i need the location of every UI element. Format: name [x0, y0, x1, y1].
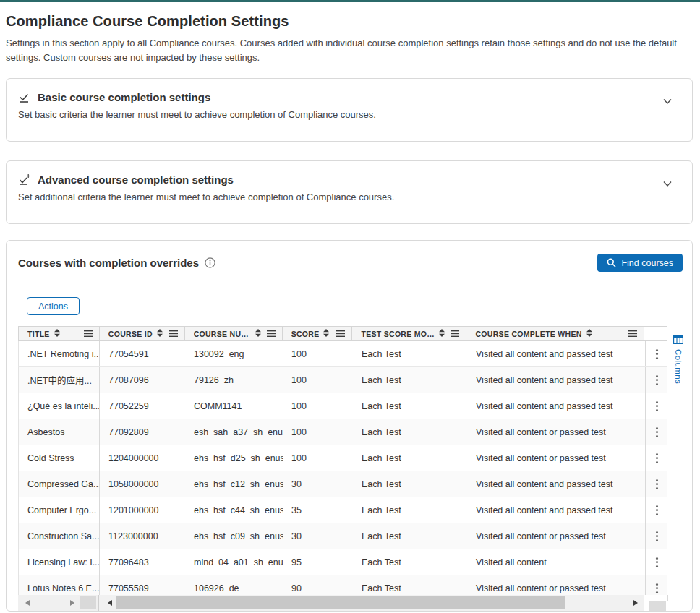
pinned-column-scrollbar[interactable]	[18, 595, 99, 611]
horizontal-scrollbar-area	[18, 595, 667, 611]
cell-test_score_model: Each Test	[353, 445, 467, 471]
table-row[interactable]: ¿Qué es la inteli... 77052259 COMM1141 1…	[18, 393, 667, 419]
cell-score: 30	[283, 471, 353, 497]
row-actions-button[interactable]	[645, 367, 668, 393]
table-row[interactable]: Asbestos 77092809 esh_sah_a37_sh_enus 10…	[18, 419, 667, 445]
table-horizontal-scrollbar[interactable]	[99, 595, 644, 611]
cell-test_score_model: Each Test	[353, 549, 467, 575]
chevron-down-icon[interactable]	[662, 95, 673, 110]
pinned-scrollbar-thumb[interactable]	[80, 596, 96, 609]
cell-course_number: 79126_zh	[185, 367, 283, 393]
corner-scrollbar-thumb[interactable]	[649, 601, 666, 611]
sort-up-down-icon[interactable]	[586, 329, 592, 338]
cell-course_number: ehs_hsf_c12_sh_enus	[185, 471, 283, 497]
cell-complete_when: Visited all content and passed test	[467, 367, 645, 393]
row-actions-button[interactable]	[645, 497, 668, 523]
cell-course_number: COMM1141	[185, 393, 283, 419]
cell-complete_when: Visited all content and passed test	[467, 497, 645, 523]
column-menu-icon[interactable]	[445, 330, 459, 338]
kebab-icon	[656, 581, 658, 595]
scrollbar-corner	[644, 595, 667, 611]
column-menu-icon[interactable]	[330, 330, 345, 338]
cell-course_id: 77052259	[100, 393, 185, 419]
row-actions-button[interactable]	[645, 445, 668, 471]
sort-up-down-icon[interactable]	[157, 329, 163, 338]
kebab-icon	[656, 347, 658, 361]
cell-course_id: 1204000000	[100, 445, 185, 471]
cell-score: 100	[283, 341, 353, 366]
cell-course_id: 77096483	[100, 549, 185, 575]
scroll-left-icon[interactable]	[25, 600, 30, 606]
cell-score: 95	[283, 549, 353, 575]
sort-up-down-icon[interactable]	[255, 329, 261, 338]
column-menu-icon[interactable]	[623, 330, 637, 338]
scroll-right-icon[interactable]	[70, 600, 74, 606]
table-row[interactable]: Licensing Law: I... 77096483 mind_04_a01…	[18, 549, 667, 575]
cell-complete_when: Visited all content or passed test	[467, 523, 645, 549]
sort-up-down-icon[interactable]	[323, 329, 329, 338]
row-actions-button[interactable]	[645, 341, 668, 366]
cell-score: 30	[283, 523, 353, 549]
basic-panel-title: Basic course completion settings	[38, 91, 210, 103]
table-row[interactable]: Compressed Ga... 1058000000 ehs_hsf_c12_…	[18, 471, 667, 497]
cell-title: Construction Sa...	[19, 523, 100, 549]
row-actions-button[interactable]	[645, 549, 668, 575]
row-actions-button[interactable]	[645, 393, 668, 419]
table-row[interactable]: Computer Ergo... 1201000000 ehs_hsf_c44_…	[18, 497, 667, 523]
column-header-course_id[interactable]: COURSE ID	[100, 327, 185, 340]
cell-score: 100	[283, 393, 353, 419]
cell-course_id: 1201000000	[100, 497, 185, 523]
page-header: Compliance Course Completion Settings Se…	[6, 13, 691, 65]
table-row[interactable]: Construction Sa... 1123000000 ehs_hsf_c0…	[18, 523, 667, 549]
chevron-down-icon[interactable]	[662, 178, 673, 192]
cell-title: .NET中的应用...	[19, 367, 100, 393]
cell-title: .NET Remoting i...	[19, 341, 100, 366]
cell-complete_when: Visited all content and passed test	[467, 393, 645, 419]
cell-complete_when: Visited all content and passed test	[467, 471, 645, 497]
column-header-course_number[interactable]: COURSE NUMBER	[185, 327, 283, 340]
actions-column-header	[644, 327, 667, 340]
scroll-right-icon[interactable]	[633, 600, 638, 606]
cell-test_score_model: Each Test	[353, 471, 467, 497]
scrollbar-thumb[interactable]	[116, 596, 565, 609]
kebab-icon	[656, 451, 658, 465]
cell-score: 100	[283, 445, 353, 471]
cell-score: 35	[283, 497, 353, 523]
column-menu-icon[interactable]	[163, 330, 178, 338]
find-courses-button[interactable]: Find courses	[597, 254, 683, 272]
cell-score: 100	[283, 367, 353, 393]
column-header-complete_when[interactable]: COURSE COMPLETE WHEN	[466, 327, 644, 340]
kebab-icon	[656, 529, 658, 543]
row-actions-button[interactable]	[645, 471, 668, 497]
actions-button[interactable]: Actions	[27, 297, 80, 315]
cell-test_score_model: Each Test	[353, 497, 467, 523]
kebab-icon	[656, 373, 658, 387]
column-menu-icon[interactable]	[78, 330, 93, 338]
cell-title: Licensing Law: I...	[19, 549, 100, 575]
columns-panel-toggle[interactable]: Columns	[667, 326, 689, 595]
overrides-title: Courses with completion overrides	[18, 257, 199, 269]
advanced-settings-panel: Advanced course completion settings Set …	[6, 160, 693, 224]
row-actions-button[interactable]	[645, 523, 668, 549]
cell-test_score_model: Each Test	[353, 367, 467, 393]
row-actions-button[interactable]	[645, 419, 668, 445]
table-body: .NET Remoting i... 77054591 130092_eng 1…	[18, 341, 667, 601]
cell-course_id: 77054591	[100, 341, 185, 366]
kebab-icon	[656, 555, 658, 569]
cell-course_number: 130092_eng	[185, 341, 283, 366]
cell-course_id: 77092809	[100, 419, 185, 445]
sort-up-down-icon[interactable]	[54, 329, 60, 338]
table-row[interactable]: .NET Remoting i... 77054591 130092_eng 1…	[18, 341, 667, 367]
column-menu-icon[interactable]	[261, 330, 276, 338]
column-header-title[interactable]: TITLE	[19, 327, 100, 340]
scroll-left-icon[interactable]	[108, 600, 112, 606]
column-header-score[interactable]: SCORE	[283, 327, 353, 340]
table-row[interactable]: .NET中的应用... 77087096 79126_zh 100 Each T…	[18, 367, 667, 393]
info-icon[interactable]	[205, 257, 215, 268]
overrides-section: Courses with completion overrides Find c…	[6, 240, 693, 612]
table-row[interactable]: Cold Stress 1204000000 ehs_hsf_d25_sh_en…	[18, 445, 667, 471]
kebab-icon	[656, 503, 658, 517]
sort-up-down-icon[interactable]	[439, 329, 445, 338]
column-header-test_score_model[interactable]: TEST SCORE MODEL	[352, 327, 466, 340]
cell-course_id: 77087096	[100, 367, 185, 393]
